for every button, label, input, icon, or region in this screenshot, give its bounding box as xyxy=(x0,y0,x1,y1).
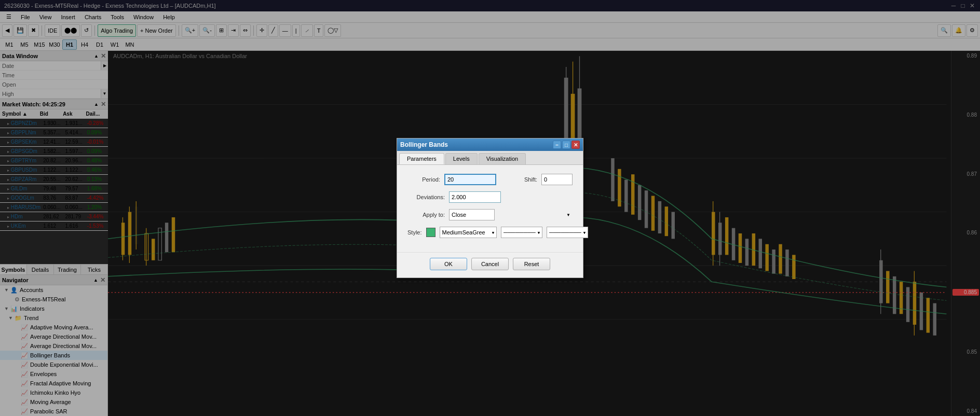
style-label: Style: xyxy=(407,229,426,235)
ok-button[interactable]: OK xyxy=(430,258,467,270)
dialog-minimize-btn[interactable]: – xyxy=(553,141,561,149)
dialog-footer: OK Cancel Reset xyxy=(397,252,583,278)
form-style-row: Style: MediumSeaGree Red Blue ▼ ──────── xyxy=(407,226,573,239)
reset-button[interactable]: Reset xyxy=(513,258,550,270)
style-line-select-2[interactable]: ──────── - - - - - ········· xyxy=(547,227,588,238)
modal-overlay: Bollinger Bands – □ ✕ Parameters Levels … xyxy=(0,0,980,416)
apply-label: Apply to: xyxy=(407,212,449,218)
dialog-close-btn[interactable]: ✕ xyxy=(571,141,580,149)
style-line-select-1[interactable]: ──────── - - - - - ········· xyxy=(501,227,542,238)
dialog-title: Bollinger Bands xyxy=(400,141,448,148)
style-name-select[interactable]: MediumSeaGree Red Blue xyxy=(440,227,497,238)
dialog-maximize-btn[interactable]: □ xyxy=(562,141,570,149)
shift-label: Shift: xyxy=(505,176,541,183)
apply-select-wrapper: Close Open High Low Median Price Typical… xyxy=(449,209,573,220)
cancel-button[interactable]: Cancel xyxy=(471,258,509,270)
dialog-tab-parameters[interactable]: Parameters xyxy=(399,153,444,164)
style-color-box[interactable] xyxy=(426,228,435,237)
dialog-tab-visualization[interactable]: Visualization xyxy=(479,153,526,164)
bollinger-bands-dialog: Bollinger Bands – □ ✕ Parameters Levels … xyxy=(397,138,583,278)
form-apply-row: Apply to: Close Open High Low Median Pri… xyxy=(407,209,573,221)
shift-input[interactable] xyxy=(541,174,573,185)
apply-select[interactable]: Close Open High Low Median Price Typical… xyxy=(449,209,495,220)
period-input[interactable] xyxy=(444,174,496,185)
deviations-input[interactable] xyxy=(449,191,501,203)
dialog-titlebar[interactable]: Bollinger Bands – □ ✕ xyxy=(397,138,583,151)
period-label: Period: xyxy=(407,176,444,183)
style-name-select-wrapper: MediumSeaGree Red Blue ▼ xyxy=(440,227,497,238)
dialog-controls: – □ ✕ xyxy=(553,141,580,149)
deviations-label: Deviations: xyxy=(407,194,449,200)
dialog-content: Period: Shift: Deviations: Apply to: Clo… xyxy=(397,165,583,252)
form-period-row: Period: Shift: xyxy=(407,173,573,186)
dialog-tab-levels[interactable]: Levels xyxy=(445,153,478,164)
form-deviations-row: Deviations: xyxy=(407,191,573,203)
style-line-select-wrapper-1: ──────── - - - - - ········· ▼ xyxy=(499,227,542,238)
style-line-select-wrapper-2: ──────── - - - - - ········· ▼ xyxy=(545,227,588,238)
dialog-tabs: Parameters Levels Visualization xyxy=(397,151,583,165)
